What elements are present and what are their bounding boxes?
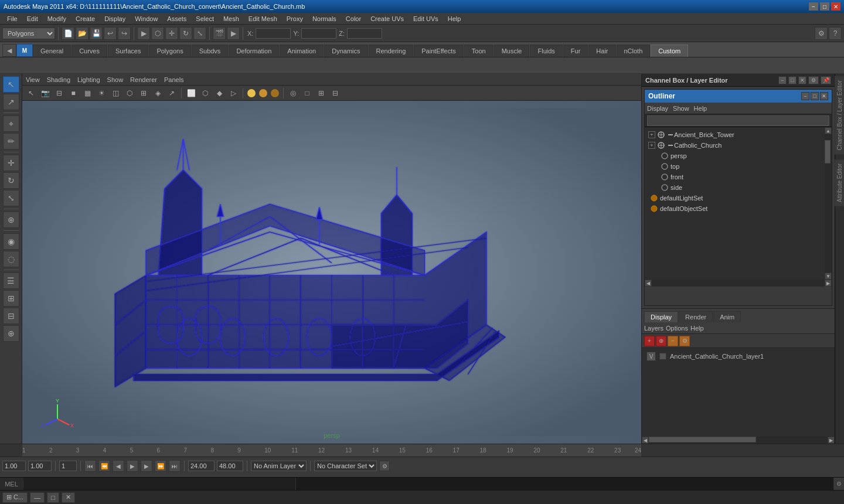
vp-panel3[interactable]: ⊟ [329,87,342,99]
shading-menu[interactable]: Shading [47,76,70,83]
range-end-input[interactable] [188,461,215,471]
view-menu[interactable]: View [26,76,40,83]
soft-mod-tool[interactable]: ◉ [3,233,19,250]
tab-scroll-left[interactable]: ◀ [2,44,16,57]
tab-hair[interactable]: Hair [588,45,615,57]
frame-start-input[interactable] [2,461,26,471]
layer-visibility-btn[interactable]: V [646,352,656,361]
menu-item-edit-uvs[interactable]: Edit UVs [409,14,443,23]
lasso-tool[interactable]: ⌖ [3,115,19,132]
tab-render[interactable]: Render [679,311,713,322]
vscroll-track[interactable] [825,134,832,273]
grid-btn[interactable]: ⊞ [3,290,19,307]
lasso-btn[interactable]: ⬡ [151,27,164,40]
redo-button[interactable]: ↪ [118,27,131,40]
new-file-button[interactable]: 📄 [62,27,74,40]
vp-cam-btn[interactable]: 📷 [39,87,52,99]
menu-item-edit-mesh[interactable]: Edit Mesh [244,14,282,23]
outliner-max-btn[interactable]: □ [811,92,819,100]
outliner-show-menu[interactable]: Show [673,105,689,112]
sculpt-tool[interactable]: ◌ [3,251,19,267]
help-btn[interactable]: ? [829,27,842,40]
vp-hud-btn[interactable]: ◈ [151,87,164,99]
vp-cursor-btn[interactable]: ↗ [165,87,178,99]
taskbar-btn-min[interactable]: — [30,492,45,503]
menu-item-modify[interactable]: Modify [43,14,71,23]
character-set-dropdown[interactable]: No Character Set [314,461,377,471]
expand-icon-2[interactable]: + [648,142,655,149]
menu-item-create[interactable]: Create [71,14,100,23]
scale-btn[interactable]: ⤡ [193,27,206,40]
vp-solid-btn[interactable]: ■ [67,87,80,99]
scale-tool[interactable]: ⤡ [3,190,19,206]
vp-snap-btn[interactable]: ◎ [287,87,300,99]
x-input[interactable] [256,28,291,39]
show-menu[interactable]: Show [107,76,124,83]
menu-item-proxy[interactable]: Proxy [282,14,308,23]
vp-anim-btn[interactable]: ▷ [227,87,240,99]
anim-layer-dropdown[interactable]: No Anim Layer [251,461,307,471]
vp-xray-btn[interactable]: ◫ [109,87,122,99]
mode-dropdown[interactable]: Polygons [2,28,55,39]
layer-remove-btn[interactable]: − [668,336,678,346]
next-key-btn[interactable]: ⏩ [155,460,166,472]
vp-light-btn[interactable]: ☀ [95,87,108,99]
tree-item-top[interactable]: top [647,161,822,172]
brush-tool[interactable]: ✏ [3,133,19,149]
taskbar-btn-close[interactable]: ✕ [62,492,75,503]
y-input[interactable] [301,28,336,39]
menu-item-edit[interactable]: Edit [22,14,43,23]
vp-panel2[interactable]: ⊞ [315,87,328,99]
tab-painteffects[interactable]: PaintEffects [414,45,464,57]
hscroll-right-btn[interactable]: ▶ [825,280,832,287]
outliner-help-menu[interactable]: Help [694,105,707,112]
vscroll-up-btn[interactable]: ▲ [825,127,832,134]
tab-anim[interactable]: Anim [713,311,741,322]
paint-select-tool[interactable]: ↗ [3,94,19,110]
hscroll-track[interactable] [652,280,825,287]
tab-curves[interactable]: Curves [72,45,107,57]
outliner-display-menu[interactable]: Display [647,105,668,112]
settings-btn[interactable]: ⚙ [815,27,828,40]
layer-add-btn[interactable]: + [644,336,655,346]
cb-pin-btn[interactable]: 📌 [821,76,831,84]
sidebar-tab-channel-box[interactable]: Channel Box / Layer Editor [835,76,844,155]
expand-icon[interactable]: + [648,131,655,138]
layer-btn[interactable]: ☰ [3,273,19,289]
vp-iso-btn[interactable]: ⬡ [123,87,136,99]
close-button[interactable]: ✕ [831,2,840,11]
vscroll-down-btn[interactable]: ▼ [825,273,832,280]
vp-joints-btn[interactable]: ⬡ [199,87,212,99]
cb-min-btn[interactable]: − [778,76,787,84]
tab-animation[interactable]: Animation [280,45,324,57]
ipr-btn[interactable]: ▶ [227,27,240,40]
snap-btn[interactable]: ⊟ [3,308,19,324]
cb-settings-btn[interactable]: ⚙ [808,76,819,84]
go-end-btn[interactable]: ⏭ [169,460,181,472]
vp-bbox-btn[interactable]: ⬜ [185,87,198,99]
menu-item-color[interactable]: Color [341,14,366,23]
menu-item-mesh[interactable]: Mesh [219,14,244,23]
menu-item-assets[interactable]: Assets [162,14,191,23]
layer-opts-btn[interactable]: ⚙ [679,336,690,346]
layer-add-sel-btn[interactable]: ⊕ [656,336,666,346]
rotate-tool[interactable]: ↻ [3,172,19,189]
lighting-menu[interactable]: Lighting [77,76,100,83]
menu-item-create-uvs[interactable]: Create UVs [366,14,409,23]
go-start-btn[interactable]: ⏮ [84,460,96,472]
tab-polygons[interactable]: Polygons [149,45,190,57]
tree-item-catholic-church[interactable]: + Catholic_Church [647,140,822,151]
outliner-min-btn[interactable]: − [801,92,809,100]
prev-frame-btn[interactable]: ◀ [113,460,124,472]
move-tool[interactable]: ✛ [3,155,19,171]
play-fwd-btn[interactable]: ▶ [127,460,138,472]
select-tool[interactable]: ↖ [3,76,19,93]
mel-input[interactable] [23,478,295,490]
tree-item-side[interactable]: side [647,182,822,193]
menu-item-file[interactable]: File [2,14,22,23]
vp-texture-btn[interactable]: ▦ [81,87,94,99]
menu-item-select[interactable]: Select [191,14,219,23]
show-manip-tool[interactable]: ⊕ [3,212,19,228]
layer-hscroll-left[interactable]: ◀ [642,437,649,444]
select-tool-btn[interactable]: ▶ [137,27,150,40]
